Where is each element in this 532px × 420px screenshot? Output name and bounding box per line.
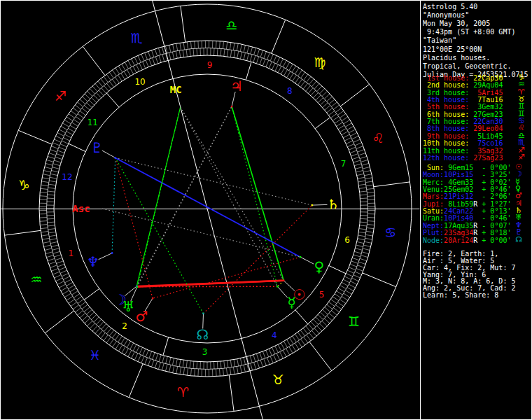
house-number: 12 (62, 172, 72, 182)
planet-dot (136, 286, 138, 288)
house-number: 11 (88, 118, 98, 127)
house-row: 4th house: 7Tau16♉ (423, 96, 503, 104)
house-number: 7 (341, 159, 346, 169)
planet-dot (300, 256, 301, 258)
planet-row: Mars:21Pis12 - 2°06'♂ (423, 192, 511, 200)
mercury-icon: ☿ (287, 294, 295, 311)
house-system: Placidus houses. (423, 54, 490, 62)
planet-dot (202, 313, 204, 314)
house-row: 2nd house: 29Aqu04♒ (423, 81, 503, 89)
house-number: 3 (202, 347, 208, 357)
planet-pointer (312, 204, 328, 205)
pluto-icon: ♇ (90, 139, 103, 156)
planet-row: Uran:10Pis40 - 0°46'♅ (423, 214, 511, 222)
taurus-sign-icon: ♉ (272, 372, 284, 387)
planet-row: Jupi: 8Lib59R + 1°27'♃ (423, 200, 511, 208)
sign-icon: ♐ (518, 153, 525, 161)
cancer-sign-icon: ♋ (384, 225, 396, 240)
asc-label: Asc (72, 203, 90, 214)
planet-row: Venu:25Gem02 + 0°46'♀ (423, 186, 511, 193)
chart-place: "Taiwan" (423, 36, 456, 44)
planet-row: Node:20Ari24R + 0°00'☊ (423, 237, 511, 244)
uranus-icon: ♅ (122, 298, 134, 315)
pisces-sign-icon: ♓ (89, 347, 101, 363)
chart-date: Mon May 30, 2005 (423, 20, 490, 27)
house-number: 5 (319, 290, 325, 300)
libra-sign-icon: ♎ (225, 18, 237, 33)
leo-sign-icon: ♌ (372, 130, 384, 146)
planet-dot (283, 280, 284, 281)
house-row: 7th house: 22Can30♋ (423, 118, 503, 125)
jupiter-icon: ♃ (230, 78, 243, 94)
capricorn-sign-icon: ♑ (18, 177, 30, 192)
neptune-icon: ♆ (87, 253, 99, 270)
node-icon: ☊ (197, 326, 209, 343)
sagittarius-sign-icon: ♐ (55, 88, 66, 104)
house-number: 9 (207, 60, 213, 70)
house-row: 3rd house: 5Ari45♈ (423, 89, 503, 97)
planet-row: Satu:24Can22 + 0°13'♄ (423, 207, 511, 215)
house-number: 10 (134, 77, 145, 87)
aries-sign-icon: ♈ (177, 384, 189, 400)
house-row: 11th house: 3Sag32♐ (423, 147, 503, 155)
house-number: 8 (287, 86, 293, 96)
planet-dot (152, 298, 153, 299)
house-row: 10th house: 7Sco16♏ (423, 139, 503, 147)
info-panel: Astrolog 5.40 "Anonymous" Mon May 30, 20… (420, 0, 532, 420)
node-icon: ☊ (515, 236, 522, 244)
planet-dot (312, 204, 313, 206)
zodiac-mode: Tropical, Geocentric. (423, 62, 511, 70)
planet-row: Moon:10Pis15 - 3°25'☽ (423, 171, 511, 178)
planet-dot (231, 106, 232, 107)
house-number: 2 (122, 321, 127, 331)
house-row: 12th house: 27Sag23♐ (423, 154, 503, 162)
chart-coordinates: 121°00E 25°00N (423, 46, 482, 53)
gemini-sign-icon: ♊ (348, 314, 360, 329)
planet-dot (276, 286, 278, 287)
house-number: 1 (69, 248, 74, 258)
app-title: Astrolog 5.40 (423, 3, 477, 10)
house-row: 1st house: 22Cap30♑ (423, 74, 503, 82)
planet-row: Plut:23Sag34R + 8°18'♇ (423, 229, 511, 237)
chart-time: 9:43pm (ST +8:00 GMT) (423, 28, 515, 36)
scorpio-sign-icon: ♏ (130, 30, 142, 46)
planet-row: Sun: 9Gem15 - 0°00'☉ (423, 164, 511, 172)
stats-learn-share: Learn: 5, Share: 8 (423, 291, 498, 299)
planet-dot (111, 252, 113, 253)
house-number: 4 (272, 330, 277, 340)
house-row: 5th house: 3Gem32♊ (423, 103, 503, 111)
virgo-sign-icon: ♍ (314, 55, 326, 70)
mars-icon: ♂ (136, 308, 148, 325)
saturn-icon: ♄ (327, 196, 340, 213)
planet-row: Nept:17Aqu35R - 0°07'♆ (423, 222, 511, 230)
aquarius-sign-icon: ♒ (31, 272, 43, 287)
house-row: 9th house: 5Lib45♎ (423, 132, 503, 140)
house-row: 6th house: 27Gem23♊ (423, 111, 503, 118)
house-row: 8th house: 29Leo04♌ (423, 125, 503, 132)
venus-icon: ♀ (314, 258, 324, 275)
mc-label: MC (170, 84, 182, 95)
astrolog-window: ♈♉♊♋♌♍♎♏♐♑♒♓123456789101112☉☽☿♀♂♃♄♅♆♇☊As… (0, 0, 532, 420)
planet-dot (115, 157, 116, 158)
house-number: 6 (344, 235, 350, 245)
planet-row: Merc: 4Gem33 + 0°02'☿ (423, 178, 511, 186)
chart-person: "Anonymous" (423, 11, 469, 19)
